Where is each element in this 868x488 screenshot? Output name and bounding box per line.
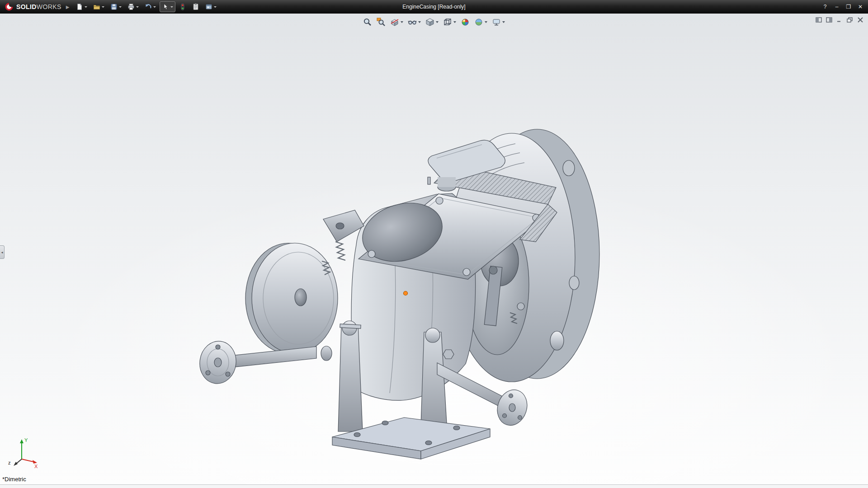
options-window-icon — [205, 3, 212, 10]
maximize-button[interactable]: ❐ — [844, 2, 854, 11]
save-floppy-icon — [110, 3, 118, 10]
app-logo: SOLIDWORKS — [0, 2, 65, 11]
doc-close-button[interactable] — [856, 16, 864, 23]
doc-close-icon — [857, 17, 863, 23]
triad-y-label: Y — [24, 437, 28, 443]
print-button[interactable] — [125, 1, 141, 12]
dropdown-caret-icon[interactable] — [85, 6, 87, 8]
dropdown-caret-icon[interactable] — [170, 6, 173, 8]
print-icon — [127, 3, 135, 10]
origin-marker[interactable] — [404, 291, 408, 296]
display-style-cube-icon — [425, 18, 434, 27]
help-button[interactable]: ? — [820, 2, 830, 11]
engine-casing-model[interactable] — [0, 14, 868, 484]
main-toolbar — [74, 1, 219, 12]
doc-window-left-button[interactable] — [815, 16, 823, 23]
options-button[interactable] — [203, 1, 219, 12]
new-document-icon — [76, 3, 83, 10]
rebuild-button[interactable] — [177, 1, 189, 12]
view-orientation-label: *Dimetric — [2, 476, 26, 483]
doc-restore-button[interactable] — [846, 16, 854, 23]
status-bar — [0, 484, 868, 488]
doc-minimize-button[interactable] — [835, 16, 844, 23]
chevron-left-icon: ◂ — [1, 250, 3, 254]
doc-window-right-icon — [826, 17, 832, 23]
glasses-icon — [408, 18, 417, 27]
scene-sphere-icon — [474, 18, 483, 27]
rebuild-traffic-light-icon — [179, 3, 186, 10]
file-properties-button[interactable] — [190, 1, 202, 12]
dropdown-caret-icon[interactable] — [436, 21, 439, 23]
select-cursor-icon — [162, 3, 169, 10]
document-window-controls — [815, 16, 864, 23]
view-settings-icon — [492, 18, 501, 27]
coordinate-triad: Y X z — [6, 436, 42, 472]
window-title: EngineCasing [Read-only] — [402, 4, 465, 10]
doc-minimize-icon — [836, 17, 843, 23]
select-tool-button[interactable] — [160, 1, 175, 12]
titlebar: SOLIDWORKS ▶ — [0, 0, 868, 14]
brand-text: SOLIDWORKS — [16, 3, 61, 10]
view-settings-button[interactable] — [490, 17, 507, 28]
doc-window-left-icon — [816, 17, 822, 23]
save-button[interactable] — [108, 1, 124, 12]
dropdown-caret-icon[interactable] — [136, 6, 139, 8]
dropdown-caret-icon[interactable] — [119, 6, 122, 8]
display-style-button[interactable] — [424, 17, 440, 28]
undo-button[interactable] — [142, 1, 158, 12]
dassault-swirl-icon — [5, 2, 14, 11]
menu-expand-icon[interactable]: ▶ — [66, 5, 70, 9]
appearance-sphere-icon — [461, 18, 470, 27]
dropdown-caret-icon[interactable] — [214, 6, 217, 8]
graphics-viewport[interactable]: ◂ Y X z *Dimetric — [0, 14, 868, 484]
dropdown-caret-icon[interactable] — [485, 21, 487, 23]
dropdown-caret-icon[interactable] — [401, 21, 403, 23]
apply-scene-button[interactable] — [472, 17, 489, 28]
undo-arrow-icon — [145, 3, 152, 10]
section-view-icon — [390, 18, 399, 27]
hide-show-items-button[interactable] — [406, 17, 423, 28]
dropdown-caret-icon[interactable] — [102, 6, 104, 8]
doc-window-right-button[interactable] — [825, 16, 833, 23]
open-folder-icon — [93, 3, 100, 10]
new-document-button[interactable] — [74, 1, 90, 12]
window-controls: ? – ❐ ✕ — [820, 0, 865, 14]
dropdown-caret-icon[interactable] — [502, 21, 505, 23]
file-properties-icon — [192, 3, 199, 10]
doc-restore-icon — [847, 17, 853, 23]
zoom-to-fit-icon — [363, 18, 372, 27]
section-view-button[interactable] — [388, 17, 405, 28]
close-button[interactable]: ✕ — [855, 2, 865, 11]
feature-panel-collapse-tab[interactable]: ◂ — [0, 245, 5, 259]
view-orientation-button[interactable] — [441, 17, 458, 28]
edit-appearance-button[interactable] — [459, 17, 472, 28]
open-button[interactable] — [91, 1, 107, 12]
zoom-to-area-icon — [377, 18, 386, 27]
zoom-to-area-button[interactable] — [375, 17, 387, 28]
heads-up-view-toolbar — [359, 16, 509, 28]
zoom-to-fit-button[interactable] — [361, 17, 374, 28]
dropdown-caret-icon[interactable] — [418, 21, 421, 23]
minimize-button[interactable]: – — [832, 2, 842, 11]
triad-z-label: z — [8, 460, 11, 465]
dropdown-caret-icon[interactable] — [153, 6, 156, 8]
dropdown-caret-icon[interactable] — [453, 21, 456, 23]
triad-x-label: X — [34, 464, 38, 469]
view-orientation-cube-icon — [443, 18, 452, 27]
